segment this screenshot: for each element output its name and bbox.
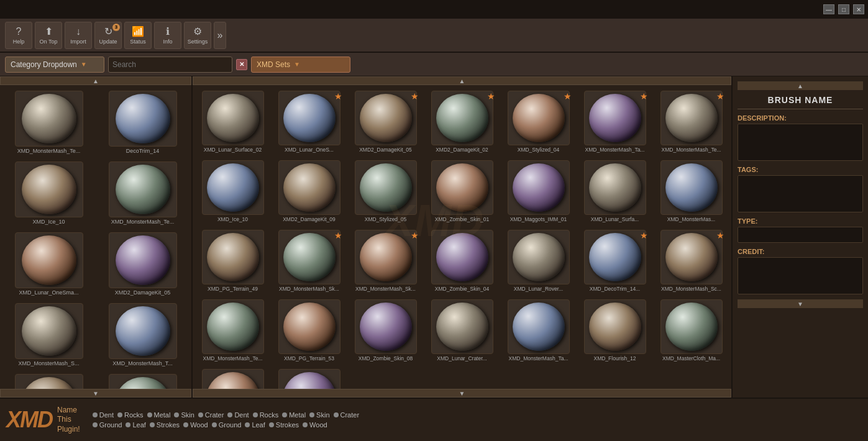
status-button[interactable]: 📶 Status [124,22,152,49]
tag-item[interactable]: Dent [227,411,249,419]
close-button[interactable]: ✕ [853,4,864,14]
center-grid-item[interactable]: XMD_Ice_10 [195,157,270,225]
tag-item[interactable]: Rocks [253,411,279,419]
center-scroll-down[interactable]: ▼ [193,389,731,398]
center-grid-item[interactable]: XMD_PG_Terrain_49 [195,227,270,295]
tags-box [738,175,863,212]
center-grid-item[interactable]: XMD_PG_Terrain_53 [272,296,347,365]
center-grid-item[interactable]: ★XMD2_DamageKit_02 [424,88,500,156]
center-thumbnail-frame [584,160,646,215]
left-list-item[interactable]: XMD2_DamageKit_05 [96,229,189,299]
center-grid-item[interactable]: XMD_MonsterMash_Ta... [501,296,576,365]
center-grid-item[interactable]: XMD_Zombie_Skin_01 [424,157,500,225]
sphere-thumbnail [116,165,170,214]
center-grid-item[interactable]: XMD_MasterCloth_Ma... [654,296,729,365]
tag-item[interactable]: Wood [183,421,208,429]
left-scroll-down[interactable]: ▼ [0,389,191,398]
center-grid-item[interactable]: ★XMD_MonsterMash_Sk... [348,227,423,295]
tag-item[interactable]: Leaf [245,421,265,429]
center-grid-item[interactable]: XMD_Flourish_12 [577,296,652,365]
center-thumbnail-frame [584,299,646,354]
tag-item[interactable]: Ground [212,421,242,429]
tag-item[interactable]: Skin [174,411,194,419]
left-item-label: XMD_MonsterMash_Te... [111,219,175,225]
ontop-button[interactable]: ⬆ On Top [35,22,62,49]
center-grid-item[interactable]: ★XMD_MonsterMash_Te... [654,88,729,156]
center-grid-item[interactable]: XMD_Stylized_05 [348,157,423,225]
tag-item[interactable]: Metal [147,411,171,419]
left-list-item[interactable]: XMD_MonsterMash_Te... [2,88,95,157]
center-thumbnail-frame [278,299,340,354]
left-list-item[interactable]: XMD_MonsterMash_S... [2,300,95,370]
left-list-item[interactable]: XMD_Zombie_Skin_04 [2,371,95,389]
category-dropdown[interactable]: Category Dropdown ▼ [5,57,104,73]
center-grid-item[interactable]: XMD_MonsterMas... [654,157,729,225]
center-grid-item[interactable]: XMD_Maggots_IMM_01 [501,157,576,225]
update-button[interactable]: 3 ↻ Update [94,22,122,49]
center-grid-item[interactable]: ★XMD_Stylized_04 [501,88,576,156]
right-scroll-down[interactable]: ▼ [738,299,863,308]
tag-item[interactable]: Strokes [150,421,180,429]
more-button[interactable]: » [214,22,226,49]
tag-dot [269,422,274,427]
center-grid-item[interactable]: XMD_HardSurface_Ed... [195,366,270,389]
left-scroll-up[interactable]: ▲ [0,76,191,85]
center-grid-item[interactable]: XMD_PG_Terrain_52 [272,366,347,389]
left-list-item[interactable]: XMD_Stylized_04 [96,371,189,389]
main-area: ▲ XMD_MonsterMash_Te...DecoTrim_14XMD_Ic… [0,76,868,398]
center-grid-item[interactable]: ★XMD2_DamageKit_05 [348,88,423,156]
search-input[interactable] [112,60,228,69]
tag-item[interactable]: Rocks [117,411,144,419]
left-item-label: XMD_MonsterMash_S... [18,360,79,366]
center-grid-item[interactable]: XMD_Zombie_Skin_04 [424,227,500,295]
center-scroll-up[interactable]: ▲ [193,76,731,85]
center-item-label: XMD_MonsterMash_Te... [203,355,263,361]
center-item-label: XMD_MonsterMas... [667,216,715,222]
center-grid-item[interactable]: ★XMD_MonsterMash_Sc... [654,227,729,295]
left-list-item[interactable]: DecoTrim_14 [96,88,189,157]
center-grid-item[interactable]: XMD_Lunar_Crater... [424,296,500,365]
tag-item[interactable]: Crater [334,411,360,419]
center-grid-item[interactable]: ★XMD_MonsterMash_Sk... [272,227,347,295]
tag-item[interactable]: Dent [93,411,114,419]
center-grid-item[interactable]: XMD_Lunar_Surfa... [577,157,652,225]
help-button[interactable]: ? Help [5,22,32,49]
help-icon: ? [16,26,22,37]
center-thumbnail-frame [355,91,417,145]
tag-item[interactable]: Ground [93,421,122,429]
center-grid-item[interactable]: ★XMD_Lunar_OneS... [272,88,347,156]
tag-dot [183,422,188,427]
tag-item[interactable]: Skin [309,411,329,419]
sphere-thumbnail [207,163,259,212]
left-list-item[interactable]: XMD_Ice_10 [2,158,95,228]
tag-item[interactable]: Strokes [269,421,299,429]
left-list-item[interactable]: XMD_MonsterMash_Te... [96,158,189,228]
center-grid-item[interactable]: XMD_Lunar_Rover... [501,227,576,295]
center-grid-item[interactable]: XMD2_DamageKit_09 [272,157,347,225]
tag-item[interactable]: Leaf [126,421,145,429]
center-grid-item[interactable]: XMD_Lunar_Surface_02 [195,88,270,156]
minimize-button[interactable]: — [823,4,834,14]
bottom-bar: XMD Name This Plugin! DentRocksMetalSkin… [0,398,868,441]
sphere-thumbnail [22,377,76,389]
maximize-button[interactable]: □ [838,4,849,14]
import-button[interactable]: ↓ Import [65,22,92,49]
search-clear-button[interactable]: ✕ [236,59,247,70]
info-button[interactable]: ℹ Info [154,22,181,49]
sphere-thumbnail [207,302,259,351]
star-badge: ★ [716,231,724,240]
center-grid-item[interactable]: ★XMD_MonsterMash_Ta... [577,88,652,156]
center-thumbnail-frame [202,160,264,215]
tag-item[interactable]: Metal [282,411,306,419]
center-item-label: XMD_Lunar_Surface_02 [204,147,262,153]
settings-button[interactable]: ⚙ Settings [184,22,211,49]
center-grid-item[interactable]: ★XMD_DecoTrim_14... [577,227,652,295]
xmd-sets-dropdown[interactable]: XMD Sets ▼ [251,57,350,73]
tag-item[interactable]: Wood [303,421,327,429]
left-list-item[interactable]: XMD_Lunar_OneSma... [2,229,95,299]
right-scroll-up[interactable]: ▲ [738,81,863,90]
center-grid-item[interactable]: XMD_MonsterMash_Te... [195,296,270,365]
center-grid-item[interactable]: XMD_Zombie_Skin_08 [348,296,423,365]
tag-item[interactable]: Crater [198,411,224,419]
left-list-item[interactable]: XMD_MonsterMash_T... [96,300,189,370]
